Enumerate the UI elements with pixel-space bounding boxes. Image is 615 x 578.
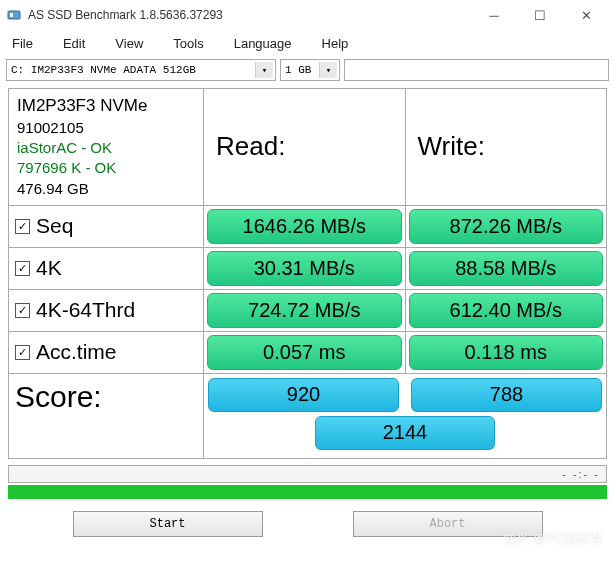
- label-seq: Seq: [36, 214, 73, 238]
- score-label: Score:: [9, 374, 204, 458]
- checkbox-4k64[interactable]: ✓: [15, 303, 30, 318]
- menu-bar: File Edit View Tools Language Help: [0, 30, 615, 56]
- device-name: IM2P33F3 NVMe: [17, 95, 147, 118]
- minimize-button[interactable]: ─: [471, 0, 517, 30]
- device-driver: iaStorAC - OK: [17, 138, 147, 158]
- window-controls: ─ ☐ ✕: [471, 0, 609, 30]
- title-bar: AS SSD Benchmark 1.8.5636.37293 ─ ☐ ✕: [0, 0, 615, 30]
- start-button[interactable]: Start: [73, 511, 263, 537]
- seq-write: 872.26 MB/s: [409, 209, 604, 244]
- toolbar: C: IM2P33F3 NVMe ADATA 512GB ▾ 1 GB ▾: [0, 56, 615, 84]
- progress-text: - -:- -: [562, 468, 600, 480]
- device-capacity: 476.94 GB: [17, 179, 147, 199]
- 4k64-write: 612.40 MB/s: [409, 293, 604, 328]
- 4k-write: 88.58 MB/s: [409, 251, 604, 286]
- label-acc: Acc.time: [36, 340, 117, 364]
- watermark: 知乎 @PC潮玩客: [503, 530, 603, 548]
- menu-file[interactable]: File: [12, 36, 33, 51]
- menu-view[interactable]: View: [115, 36, 143, 51]
- app-icon: [6, 7, 22, 23]
- header-read: Read:: [204, 89, 406, 205]
- drive-select-value: C: IM2P33F3 NVMe ADATA 512GB: [11, 64, 196, 76]
- progress-bar: - -:- -: [8, 465, 607, 483]
- svg-rect-0: [8, 11, 20, 19]
- score-write: 788: [411, 378, 602, 412]
- acc-write: 0.118 ms: [409, 335, 604, 370]
- 4k-read: 30.31 MB/s: [207, 251, 402, 286]
- score-total: 2144: [315, 416, 495, 450]
- close-button[interactable]: ✕: [563, 0, 609, 30]
- size-select-value: 1 GB: [285, 64, 311, 76]
- checkbox-seq[interactable]: ✓: [15, 219, 30, 234]
- results-panel: IM2P33F3 NVMe 91002105 iaStorAC - OK 797…: [8, 88, 607, 459]
- device-info: IM2P33F3 NVMe 91002105 iaStorAC - OK 797…: [9, 89, 204, 205]
- size-select[interactable]: 1 GB ▾: [280, 59, 340, 81]
- seq-read: 1646.26 MB/s: [207, 209, 402, 244]
- status-textbox[interactable]: [344, 59, 609, 81]
- score-read: 920: [208, 378, 399, 412]
- acc-read: 0.057 ms: [207, 335, 402, 370]
- svg-rect-1: [10, 13, 13, 17]
- menu-tools[interactable]: Tools: [173, 36, 203, 51]
- menu-edit[interactable]: Edit: [63, 36, 85, 51]
- device-firmware: 91002105: [17, 118, 147, 138]
- drive-select[interactable]: C: IM2P33F3 NVMe ADATA 512GB ▾: [6, 59, 276, 81]
- 4k64-read: 724.72 MB/s: [207, 293, 402, 328]
- completion-bar: [8, 485, 607, 499]
- row-seq: ✓ Seq 1646.26 MB/s 872.26 MB/s: [9, 206, 606, 248]
- checkbox-4k[interactable]: ✓: [15, 261, 30, 276]
- chevron-down-icon: ▾: [255, 62, 273, 78]
- row-4k: ✓ 4K 30.31 MB/s 88.58 MB/s: [9, 248, 606, 290]
- checkbox-acc[interactable]: ✓: [15, 345, 30, 360]
- label-4k: 4K: [36, 256, 62, 280]
- row-4k64: ✓ 4K-64Thrd 724.72 MB/s 612.40 MB/s: [9, 290, 606, 332]
- window-title: AS SSD Benchmark 1.8.5636.37293: [28, 8, 471, 22]
- device-alignment: 797696 K - OK: [17, 158, 147, 178]
- menu-language[interactable]: Language: [234, 36, 292, 51]
- maximize-button[interactable]: ☐: [517, 0, 563, 30]
- row-score: Score: 920 788 2144: [9, 374, 606, 458]
- header-write: Write:: [406, 89, 607, 205]
- header-row: IM2P33F3 NVMe 91002105 iaStorAC - OK 797…: [9, 89, 606, 206]
- menu-help[interactable]: Help: [322, 36, 349, 51]
- row-acc: ✓ Acc.time 0.057 ms 0.118 ms: [9, 332, 606, 374]
- chevron-down-icon: ▾: [319, 62, 337, 78]
- label-4k64: 4K-64Thrd: [36, 298, 135, 322]
